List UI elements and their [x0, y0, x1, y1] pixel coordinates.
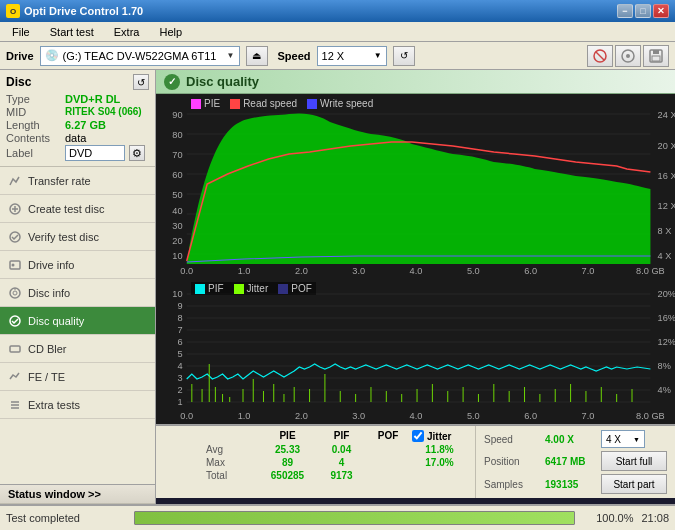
stat-header-pif: PIF — [319, 430, 364, 442]
drive-dropdown-arrow: ▼ — [227, 51, 235, 60]
menu-help[interactable]: Help — [153, 25, 188, 39]
sidebar-item-cd-bler[interactable]: CD Bler — [0, 335, 155, 363]
disc-label-input[interactable] — [65, 145, 125, 161]
avg-pif: 0.04 — [319, 444, 364, 455]
svg-text:2: 2 — [177, 385, 182, 395]
disc-contents-value: data — [65, 132, 86, 144]
svg-text:8%: 8% — [658, 361, 671, 371]
max-jitter: 17.0% — [412, 457, 467, 468]
position-row: Position 6417 MB Start full — [484, 451, 667, 471]
sidebar-item-verify-test[interactable]: Verify test disc — [0, 223, 155, 251]
svg-text:4 X: 4 X — [658, 251, 672, 261]
svg-text:8.0 GB: 8.0 GB — [636, 266, 665, 276]
disc-length-value: 6.27 GB — [65, 119, 106, 131]
svg-text:12 X: 12 X — [658, 201, 675, 211]
sidebar-item-label: Transfer rate — [28, 175, 91, 187]
jitter-legend: Jitter — [234, 283, 269, 294]
disc-contents-row: Contents data — [6, 132, 149, 144]
extra-tests-icon — [8, 398, 22, 412]
speed-value: 12 X — [322, 50, 345, 62]
svg-text:4: 4 — [177, 361, 182, 371]
sidebar-item-label: FE / TE — [28, 371, 65, 383]
start-part-button[interactable]: Start part — [601, 474, 667, 494]
max-pie: 89 — [260, 457, 315, 468]
disc-burn-icon[interactable] — [615, 45, 641, 67]
svg-text:2.0: 2.0 — [295, 266, 308, 276]
menu-file[interactable]: File — [6, 25, 36, 39]
eject-button[interactable]: ⏏ — [246, 46, 268, 66]
menu-bar: File Start test Extra Help — [0, 22, 675, 42]
speed-select[interactable]: 12 X ▼ — [317, 46, 387, 66]
lower-legend: PIF Jitter POF — [191, 282, 316, 295]
svg-rect-6 — [652, 56, 660, 61]
sidebar-nav: Transfer rate Create test disc Verify te… — [0, 167, 155, 484]
svg-text:20: 20 — [172, 236, 182, 246]
sidebar-item-drive-info[interactable]: Drive info — [0, 251, 155, 279]
menu-start-test[interactable]: Start test — [44, 25, 100, 39]
status-text: Test completed — [6, 512, 126, 524]
refresh-button[interactable]: ↺ — [393, 46, 415, 66]
stat-header-pof: POF — [368, 430, 408, 442]
disc-quality-header: ✓ Disc quality — [156, 70, 675, 94]
upper-chart: PIE Read speed Write speed 90 80 70 60 5… — [156, 94, 675, 279]
svg-text:6.0: 6.0 — [524, 266, 537, 276]
speed-dropdown[interactable]: 4 X ▼ — [601, 430, 645, 448]
svg-text:70: 70 — [172, 150, 182, 160]
disc-mid-value: RITEK S04 (066) — [65, 106, 142, 118]
create-test-icon — [8, 202, 22, 216]
svg-text:50: 50 — [172, 190, 182, 200]
disc-contents-label: Contents — [6, 132, 61, 144]
avg-pie: 25.33 — [260, 444, 315, 455]
svg-rect-5 — [653, 50, 659, 54]
close-button[interactable]: ✕ — [653, 4, 669, 18]
svg-point-3 — [626, 54, 630, 58]
disc-length-row: Length 6.27 GB — [6, 119, 149, 131]
save-icon[interactable] — [643, 45, 669, 67]
svg-text:10: 10 — [172, 251, 182, 261]
disc-quality-icon — [8, 314, 22, 328]
menu-extra[interactable]: Extra — [108, 25, 146, 39]
svg-text:80: 80 — [172, 130, 182, 140]
progress-bar — [135, 512, 574, 524]
total-pof — [368, 470, 408, 481]
sidebar-item-disc-info[interactable]: Disc info — [0, 279, 155, 307]
svg-text:8.0 GB: 8.0 GB — [636, 411, 665, 421]
stat-header-jitter: Jitter — [412, 430, 451, 442]
sidebar-item-transfer-rate[interactable]: Transfer rate — [0, 167, 155, 195]
time-label: 21:08 — [641, 512, 669, 524]
drive-label: Drive — [6, 50, 34, 62]
disc-refresh-button[interactable]: ↺ — [133, 74, 149, 90]
svg-text:10: 10 — [172, 289, 182, 299]
svg-text:3.0: 3.0 — [352, 411, 365, 421]
svg-text:16 X: 16 X — [658, 171, 675, 181]
svg-text:7: 7 — [177, 325, 182, 335]
sidebar-item-label: Drive info — [28, 259, 74, 271]
disc-label-row: Label ⚙ — [6, 145, 149, 161]
sidebar-item-fe-te[interactable]: FE / TE — [0, 363, 155, 391]
app-icon: O — [6, 4, 20, 18]
svg-text:9: 9 — [177, 301, 182, 311]
drive-select[interactable]: 💿 (G:) TEAC DV-W522GMA 6T11 ▼ — [40, 46, 240, 66]
disc-label-edit-button[interactable]: ⚙ — [129, 145, 145, 161]
svg-text:6.0: 6.0 — [524, 411, 537, 421]
lower-chart: PIF Jitter POF 10 9 8 7 6 5 — [156, 279, 675, 424]
jitter-checkbox[interactable] — [412, 430, 424, 442]
svg-text:1.0: 1.0 — [238, 411, 251, 421]
progress-label: 100.0% — [583, 512, 633, 524]
svg-text:4.0: 4.0 — [410, 266, 423, 276]
sidebar-item-extra-tests[interactable]: Extra tests — [0, 391, 155, 419]
speed-dropdown-arrow: ▼ — [374, 51, 382, 60]
total-pif: 9173 — [319, 470, 364, 481]
start-full-button[interactable]: Start full — [601, 451, 667, 471]
max-label: Max — [206, 457, 256, 468]
disc-erase-icon[interactable] — [587, 45, 613, 67]
minimize-button[interactable]: − — [617, 4, 633, 18]
pof-legend: POF — [278, 283, 312, 294]
sidebar-item-create-test[interactable]: Create test disc — [0, 195, 155, 223]
maximize-button[interactable]: □ — [635, 4, 651, 18]
sidebar-item-disc-quality[interactable]: Disc quality — [0, 307, 155, 335]
svg-text:90: 90 — [172, 110, 182, 120]
main-content: Disc ↺ Type DVD+R DL MID RITEK S04 (066)… — [0, 70, 675, 504]
avg-label: Avg — [206, 444, 256, 455]
avg-pof — [368, 444, 408, 455]
